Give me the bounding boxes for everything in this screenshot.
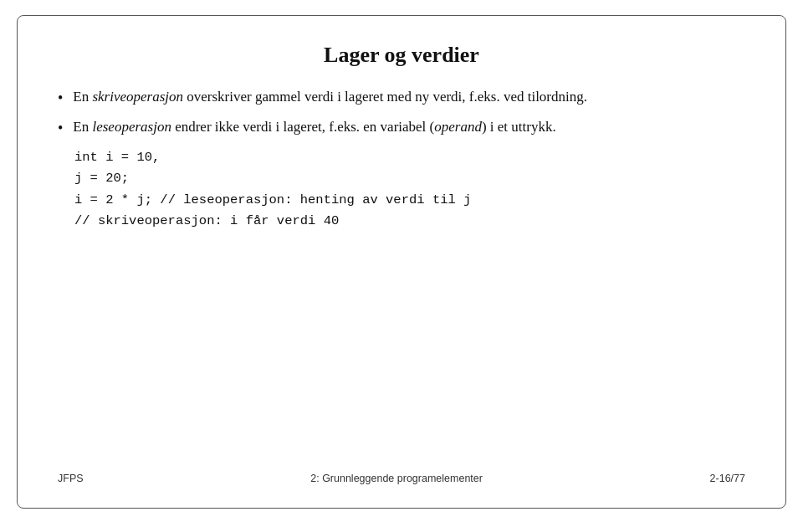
slide-footer: JFPS 2: Grunnleggende programelementer 2… [58,469,745,484]
bullet-item-1: • En skriveoperasjon overskriver gammel … [58,86,745,108]
code-comment-2: // skriveoperasjon: i får verdi 40 [74,213,339,228]
code-line-2: j = 20; [74,168,745,190]
italic-skriveoperasjon: skriveoperasjon [92,89,183,105]
code-line-3: i = 2 * j; // leseoperasjon: henting av … [74,190,745,212]
footer-right: 2-16/77 [710,473,745,484]
bullet-text-1: En skriveoperasjon overskriver gammel ve… [73,86,745,108]
italic-leseoperasjon: leseoperasjon [92,119,171,135]
code-line-4-indent: // skriveoperasjon: i får verdi 40 [74,213,339,228]
footer-center: 2: Grunnleggende programelementer [310,473,483,484]
slide-title: Lager og verdier [58,43,745,68]
slide-content: • En skriveoperasjon overskriver gammel … [58,86,745,469]
code-line-3-text: i = 2 * j; // leseoperasjon: henting av … [74,192,471,207]
code-block: int i = 10, j = 20; i = 2 * j; // leseop… [74,147,745,233]
italic-operand: operand [434,119,482,135]
bullet-item-2: • En leseoperasjon endrer ikke verdi i l… [58,116,745,138]
bullet-dot-2: • [58,119,63,138]
code-line-4: // skriveoperasjon: i får verdi 40 [74,211,745,233]
bullet-dot-1: • [58,89,63,108]
code-line-1: int i = 10, [74,147,745,169]
footer-left: JFPS [58,473,84,484]
slide-container: Lager og verdier • En skriveoperasjon ov… [17,15,786,509]
code-comment-1: // leseoperasjon: henting av verdi til j [160,192,471,207]
bullet-text-2: En leseoperasjon endrer ikke verdi i lag… [73,116,745,138]
